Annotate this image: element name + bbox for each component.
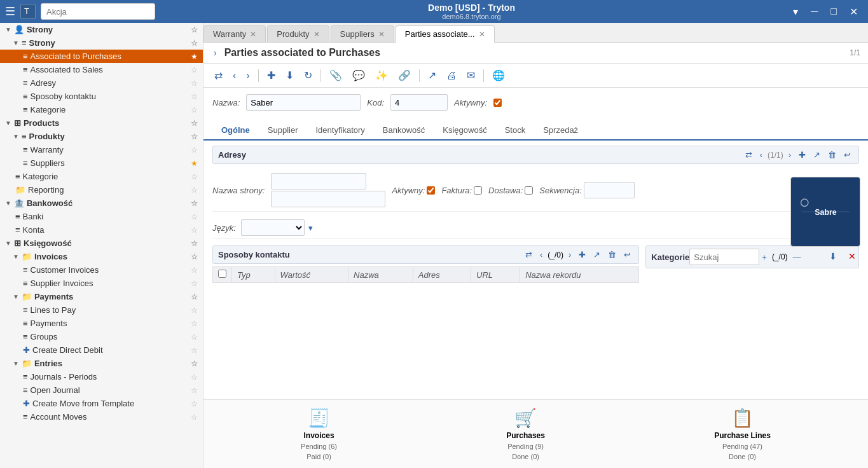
select-all-checkbox[interactable] (218, 270, 226, 278)
sidebar-item-konta[interactable]: ≡ Konta ☆ (0, 223, 203, 237)
star-icon[interactable]: ☆ (191, 79, 198, 88)
nazwa-strony-input[interactable] (271, 173, 366, 189)
addr-delete-btn[interactable]: 🗑 (825, 149, 839, 161)
tab-sprzedaz[interactable]: Sprzedaż (534, 121, 587, 141)
tab-close-icon[interactable]: ✕ (313, 30, 320, 39)
star-icon[interactable]: ☆ (191, 279, 198, 288)
stat-invoices[interactable]: 🧾 Invoices Pending (6) Paid (0) (293, 405, 345, 463)
sidebar-item-lines-to-pay[interactable]: ≡ Lines to Pay ☆ (0, 303, 203, 317)
sidebar-item-entries[interactable]: ▼ 📁 Entries ☆ (0, 357, 203, 370)
switch-view-button[interactable]: ⇄ (210, 66, 227, 85)
print-button[interactable]: 🖨 (442, 67, 461, 85)
sidebar-item-customer-invoices[interactable]: ≡ Customer Invoices ☆ (0, 263, 203, 277)
prev-button[interactable]: ‹ (228, 67, 240, 85)
sidebar-item-adresy[interactable]: ≡ Adresy ☆ (0, 76, 203, 90)
addr-add-btn[interactable]: ✚ (796, 149, 808, 161)
star-icon[interactable]: ☆ (191, 306, 198, 315)
star-icon[interactable]: ☆ (191, 413, 198, 422)
tab-bankowosc[interactable]: Bankowość (374, 121, 434, 141)
tab-suppliers[interactable]: Suppliers ✕ (331, 25, 394, 42)
sidebar-item-associated-purchases[interactable]: ≡ Associated to Purchases ★ (0, 50, 203, 63)
new-button[interactable]: ✚ (263, 66, 280, 85)
sidebar-item-strony-sub[interactable]: ▼ ≡ Strony ☆ (0, 36, 203, 50)
contact-next-btn[interactable]: › (566, 249, 574, 261)
tab-ogolne[interactable]: Ogólne (212, 121, 259, 141)
download-logo-button[interactable]: ⬇ (825, 248, 841, 265)
kod-input[interactable] (390, 94, 448, 111)
stat-purchases[interactable]: 🛒 Purchases Pending (9) Done (0) (499, 405, 553, 463)
aktywny-addr-checkbox[interactable] (427, 186, 435, 195)
aktywny-checkbox[interactable] (493, 99, 502, 107)
star-icon[interactable]: ☆ (191, 359, 198, 368)
attach-button[interactable]: 📎 (325, 66, 347, 85)
lang-select[interactable] (241, 219, 305, 236)
next-button[interactable]: › (242, 67, 254, 85)
sidebar-item-suppliers[interactable]: ≡ Suppliers ★ (0, 156, 203, 170)
sidebar-item-create-direct-debit[interactable]: ✚ Create Direct Debit ☆ (0, 343, 203, 357)
tab-close-icon[interactable]: ✕ (250, 30, 256, 39)
actions-button[interactable]: ✨ (371, 66, 392, 85)
sidebar-item-ksiegowosc-root[interactable]: ▼ ⊞ Księgowość ☆ (0, 237, 203, 250)
save-button[interactable]: ⬇ (281, 66, 298, 85)
email-button[interactable]: ✉ (462, 66, 479, 85)
star-icon[interactable]: ☆ (191, 292, 198, 301)
addr-edit-btn[interactable]: ↗ (811, 149, 823, 161)
stat-purchase-lines[interactable]: 📋 Purchase Lines Pending (47) Done (0) (706, 405, 778, 463)
sidebar-item-bankowosc-root[interactable]: ▼ 🏦 Bankowość ☆ (0, 196, 203, 210)
sekwencja-input[interactable] (584, 182, 635, 198)
notes-button[interactable]: 💬 (348, 66, 369, 85)
sidebar-item-supplier-invoices[interactable]: ≡ Supplier Invoices ☆ (0, 277, 203, 290)
nazwa-strony-input2[interactable] (271, 191, 385, 207)
nazwa-input[interactable] (246, 94, 361, 111)
sidebar-item-open-journal[interactable]: ≡ Open Journal ☆ (0, 383, 203, 397)
star-icon[interactable]: ☆ (191, 252, 198, 261)
star-icon[interactable]: ☆ (191, 239, 198, 248)
faktura-checkbox[interactable] (474, 186, 482, 195)
star-icon[interactable]: ☆ (191, 186, 198, 195)
contact-revert-btn[interactable]: ↩ (621, 249, 633, 261)
tab-ksiegowosc[interactable]: Księgowość (434, 121, 495, 141)
star-icon[interactable]: ☆ (191, 65, 198, 74)
star-icon[interactable]: ★ (191, 159, 198, 168)
sidebar-item-strony-root[interactable]: ▼ 👤 Strony ☆ (0, 23, 203, 36)
star-icon[interactable]: ☆ (191, 226, 198, 235)
cat-search-input[interactable] (689, 249, 759, 265)
sidebar-item-payments-group[interactable]: ▼ 📁 Payments ☆ (0, 290, 203, 303)
refresh-button[interactable]: 🌐 (488, 66, 509, 85)
tab-warranty[interactable]: Warranty ✕ (203, 25, 266, 42)
tab-close-icon[interactable]: ✕ (479, 30, 485, 39)
star-icon[interactable]: ☆ (191, 199, 198, 208)
star-icon[interactable]: ☆ (191, 106, 198, 114)
star-icon[interactable]: ☆ (191, 319, 198, 328)
addr-next-btn[interactable]: › (786, 149, 794, 161)
tab-parties-associate[interactable]: Parties associate... ✕ (396, 25, 495, 43)
sidebar-item-create-move-template[interactable]: ✚ Create Move from Template ☆ (0, 397, 203, 410)
star-icon[interactable]: ☆ (191, 399, 198, 408)
contact-delete-btn[interactable]: 🗑 (605, 249, 619, 261)
reload-button[interactable]: ↻ (300, 66, 317, 85)
minimize-btn[interactable]: ─ (806, 4, 823, 19)
sidebar-item-kategorie1[interactable]: ≡ Kategorie ☆ (0, 103, 203, 116)
star-icon[interactable]: ☆ (191, 132, 198, 141)
star-icon[interactable]: ☆ (191, 373, 198, 382)
tab-identyfikatory[interactable]: Identyfikatory (307, 121, 373, 141)
star-icon[interactable]: ☆ (191, 119, 198, 128)
external-button[interactable]: ↗ (424, 66, 441, 85)
sidebar-item-reporting[interactable]: 📁 Reporting ☆ (0, 183, 203, 196)
tab-stock[interactable]: Stock (496, 121, 535, 141)
sidebar-item-associated-sales[interactable]: ≡ Associated to Sales ☆ (0, 63, 203, 76)
star-icon[interactable]: ☆ (191, 25, 198, 34)
tab-produkty[interactable]: Produkty ✕ (267, 25, 329, 42)
sidebar-item-payments[interactable]: ≡ Payments ☆ (0, 317, 203, 330)
sidebar-item-produkty-sub[interactable]: ▼ ≡ Produkty ☆ (0, 130, 203, 143)
close-btn[interactable]: ✕ (844, 4, 863, 19)
relate-button[interactable]: 🔗 (394, 66, 415, 85)
contact-switch-btn[interactable]: ⇄ (523, 249, 535, 261)
sidebar-item-banki[interactable]: ≡ Banki ☆ (0, 210, 203, 223)
dostawa-checkbox[interactable] (525, 186, 533, 195)
sidebar-item-account-moves[interactable]: ≡ Account Moves ☆ (0, 410, 203, 423)
tab-close-icon[interactable]: ✕ (378, 30, 385, 39)
addr-switch-btn[interactable]: ⇄ (743, 149, 755, 161)
star-icon[interactable]: ☆ (191, 333, 198, 341)
lang-dropdown-btn[interactable]: ▾ (306, 222, 315, 234)
